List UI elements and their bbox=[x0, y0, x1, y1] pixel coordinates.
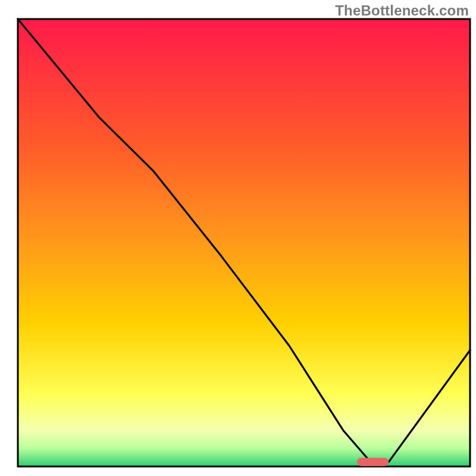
chart-container: TheBottleneck.com bbox=[0, 0, 476, 476]
bottleneck-chart bbox=[0, 0, 476, 476]
watermark-text: TheBottleneck.com bbox=[335, 2, 469, 19]
optimal-point-marker bbox=[357, 458, 389, 466]
plot-background bbox=[18, 19, 470, 466]
